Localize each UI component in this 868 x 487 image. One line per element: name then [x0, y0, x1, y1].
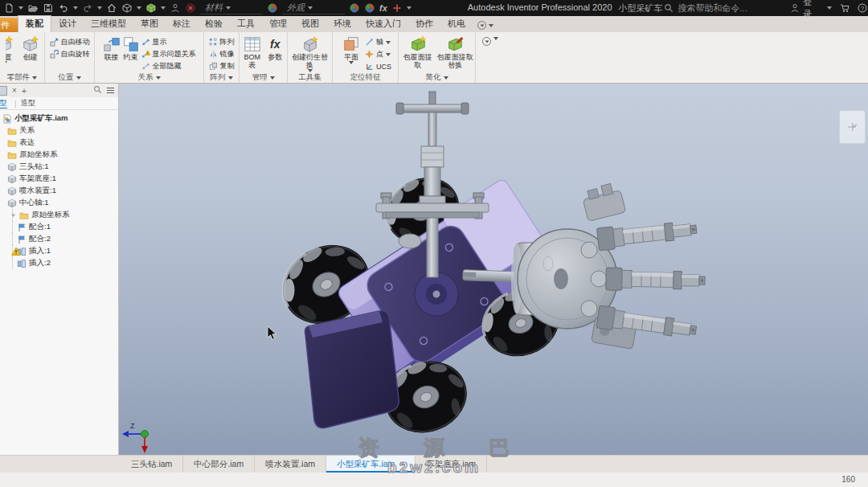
derive-substitute-button[interactable]: 创建衍生替换	[292, 34, 329, 72]
undo-icon[interactable]	[58, 2, 69, 14]
mirror-button[interactable]: 镜像	[209, 48, 235, 60]
browser-add-button[interactable]: +	[22, 86, 27, 96]
help-search-box[interactable]: 搜索帮助和命令...	[663, 2, 782, 14]
group-label-productivity[interactable]: 工具集	[289, 72, 330, 83]
tab-get-started[interactable]: 快速入门	[358, 16, 408, 32]
hide-all-button[interactable]: 全部隐藏	[141, 60, 196, 72]
constrain-button[interactable]: 约束	[122, 34, 140, 61]
bom-button[interactable]: BOM表	[241, 34, 263, 69]
tab-3d-model[interactable]: 三维模型	[84, 16, 133, 32]
tab-electromechanical[interactable]: 机电	[440, 16, 473, 32]
group-label-simplify[interactable]: 简化	[400, 72, 473, 83]
joint-button[interactable]: 联接	[103, 34, 121, 61]
appearance-colorwheel-icon[interactable]	[349, 2, 360, 14]
tree-item-three-head-drill[interactable]: 三头钻:1	[0, 161, 118, 173]
shrinkwrap-button[interactable]: 包覆面提取	[400, 34, 436, 69]
browser-search-icon[interactable]	[93, 85, 102, 96]
browser-tab-model[interactable]: 模型	[0, 98, 7, 108]
ribbon-collapse-button[interactable]	[476, 32, 498, 83]
open-icon[interactable]	[27, 2, 39, 14]
adjust-colorwheel-icon[interactable]	[364, 2, 375, 14]
3d-viewport[interactable]: Z	[119, 84, 868, 455]
tab-inspect[interactable]: 检验	[198, 16, 230, 32]
signin-button[interactable]: 登录	[789, 0, 820, 20]
doc-tab-mining-vehicle[interactable]: 小型采矿车.iam ×	[326, 456, 416, 473]
tree-item-relationships[interactable]: 关系	[0, 125, 118, 137]
doc-tab-water-spray[interactable]: 喷水装置.iam	[255, 456, 326, 473]
measure-plus-icon[interactable]	[391, 2, 403, 14]
pattern-button[interactable]: 阵列	[209, 36, 235, 48]
group-label-manage[interactable]: 管理	[241, 72, 285, 83]
browser-close-button[interactable]: ×	[12, 86, 17, 95]
tab-assemble[interactable]: 装配	[18, 15, 51, 32]
record-icon[interactable]	[185, 2, 196, 14]
parameters-fx-icon[interactable]: fx	[379, 3, 387, 13]
tab-manage[interactable]: 管理	[262, 16, 294, 32]
tree-item-water-spray[interactable]: 喷水装置:1	[0, 185, 118, 197]
tree-item-assembly-root[interactable]: 小型采矿车.iam	[0, 113, 118, 125]
return-icon[interactable]	[121, 2, 133, 14]
group-label-position[interactable]: 位置	[47, 72, 92, 83]
point-button[interactable]: 点	[365, 48, 391, 60]
tree-item-center-shaft[interactable]: 中心轴:1	[0, 197, 118, 209]
tab-collaborate[interactable]: 协作	[408, 16, 440, 32]
group-label-components[interactable]: 零部件	[2, 72, 43, 83]
home-icon[interactable]	[106, 2, 117, 14]
browser-menu-icon[interactable]	[107, 88, 114, 93]
tree-item-origin[interactable]: 原始坐标系	[0, 149, 118, 161]
axis-button[interactable]: 轴	[365, 36, 391, 48]
redo-icon[interactable]	[82, 2, 93, 14]
plane-button[interactable]: 平面	[339, 34, 363, 64]
material-colorwheel-icon[interactable]	[267, 2, 278, 14]
shrinkwrap-substitute-button[interactable]: 包覆面提取替换	[437, 34, 473, 69]
expand-icon[interactable]: +	[11, 211, 17, 219]
help-icon[interactable]	[858, 2, 868, 14]
place-button[interactable]: 放置	[6, 34, 20, 64]
tree-item-insert-2[interactable]: 插入:2	[0, 257, 118, 269]
new-file-icon[interactable]	[3, 2, 14, 14]
update-icon[interactable]	[145, 2, 157, 14]
material-dropdown[interactable]: 材料	[200, 2, 263, 14]
tree-item-chassis-base[interactable]: 车架底座:1	[0, 173, 118, 185]
tree-item-representations[interactable]: 表达	[0, 137, 118, 149]
doc-tab-center-part[interactable]: 中心部分.iam	[183, 456, 255, 473]
3d-model-mining-vehicle[interactable]	[119, 84, 868, 455]
show-button[interactable]: 显示	[141, 36, 196, 48]
ribbon-appearance-button[interactable]	[477, 21, 493, 32]
bucket[interactable]	[305, 311, 399, 428]
tree-item-mate-2[interactable]: 配合:2	[0, 233, 118, 245]
store-cart-icon[interactable]	[839, 2, 850, 14]
doc-tab-three-head-drill[interactable]: 三头钻.iam	[121, 456, 183, 473]
tab-tools[interactable]: 工具	[230, 16, 262, 32]
select-icon[interactable]	[170, 2, 181, 14]
show-sick-button[interactable]: 显示问题关系	[141, 48, 196, 60]
tab-sketch[interactable]: 草图	[133, 16, 166, 32]
qat-expand-icon[interactable]	[407, 6, 411, 10]
tab-environments[interactable]: 环境	[326, 16, 358, 32]
doc-tab-chassis-base[interactable]: 车架底座.iam	[416, 456, 487, 473]
group-label-relationships[interactable]: 关系	[96, 72, 202, 83]
tree-item-mate-1[interactable]: 配合:1	[0, 221, 118, 233]
drill-bit-top[interactable]	[597, 218, 698, 251]
tab-file[interactable]: 文件	[0, 18, 18, 32]
close-tab-icon[interactable]: ×	[399, 460, 404, 469]
save-icon[interactable]	[43, 2, 54, 14]
group-label-pattern[interactable]: 阵列	[206, 72, 237, 83]
tab-view[interactable]: 视图	[294, 16, 326, 32]
ucs-button[interactable]: UCS	[365, 60, 391, 72]
group-label-work-features[interactable]: 定位特征	[334, 72, 396, 83]
tab-annotate[interactable]: 标注	[166, 16, 198, 32]
signin-menu-icon[interactable]	[827, 6, 832, 10]
free-rotate-button[interactable]: 自由旋转	[50, 48, 90, 60]
navigation-bar-button[interactable]	[839, 110, 866, 144]
drill-bit-middle[interactable]	[606, 268, 705, 292]
appearance-dropdown[interactable]: 外观	[282, 2, 345, 14]
free-move-button[interactable]: 自由移动	[50, 36, 90, 48]
tab-design[interactable]: 设计	[51, 16, 84, 32]
tree-item-origin-2[interactable]: + 原始坐标系	[0, 209, 118, 221]
tree-item-insert-1[interactable]: 插入:1	[0, 245, 118, 257]
parameters-button[interactable]: fx 参数	[264, 34, 285, 61]
copy-button[interactable]: 复制	[209, 60, 235, 72]
create-button[interactable]: 创建	[22, 34, 39, 61]
browser-tab-modeling[interactable]: 造型	[20, 98, 35, 108]
